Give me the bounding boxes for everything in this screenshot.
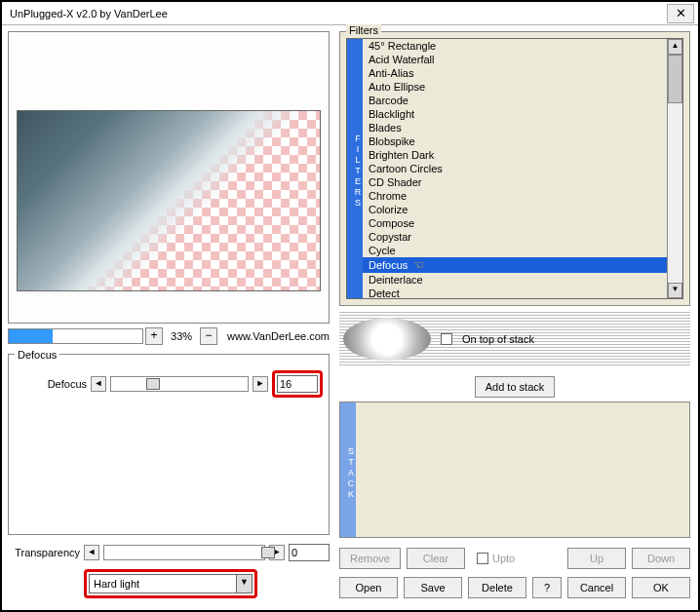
delete-button[interactable]: Delete (468, 577, 526, 598)
remove-button[interactable]: Remove (339, 548, 401, 569)
filters-inner: FILTERS 45° RectangleAcid WaterfallAnti-… (346, 38, 683, 299)
stack-list[interactable] (356, 402, 689, 537)
open-button[interactable]: Open (339, 577, 398, 598)
stack-tab[interactable]: STACK (340, 402, 356, 537)
upto-checkbox[interactable] (477, 553, 488, 564)
filter-item[interactable]: Deinterlace (363, 273, 667, 287)
right-column: Filters FILTERS 45° RectangleAcid Waterf… (335, 25, 698, 608)
up-button[interactable]: Up (567, 548, 626, 569)
filter-item[interactable]: Barcode (363, 94, 667, 107)
transparency-label: Transparency (8, 547, 80, 558)
filter-item[interactable]: Blades (363, 121, 667, 134)
blend-row: Hard light ▼ (8, 569, 330, 598)
defocus-thumb[interactable] (146, 378, 160, 390)
filter-item[interactable]: Colorize (363, 203, 667, 216)
left-column: + 33% − www.VanDerLee.com Defocus Defocu… (2, 25, 335, 608)
stack-buttons-row: Remove Clear Upto Up Down (339, 548, 690, 569)
filter-item[interactable]: Detect (363, 287, 667, 298)
filter-list[interactable]: 45° RectangleAcid WaterfallAnti-AliasAut… (363, 39, 667, 298)
defocus-input[interactable] (277, 375, 318, 393)
down-button[interactable]: Down (632, 548, 690, 569)
filter-item[interactable]: 45° Rectangle (363, 39, 667, 53)
defocus-row: Defocus ◄ ► (15, 370, 323, 398)
param-spacer (15, 402, 323, 528)
blend-highlight: Hard light ▼ (84, 569, 257, 598)
scroll-up-button[interactable]: ▲ (668, 39, 682, 55)
filter-item[interactable]: Blobspike (363, 134, 667, 148)
close-button[interactable]: ✕ (667, 4, 694, 23)
filters-scrollbar[interactable]: ▲ ▼ (667, 39, 682, 298)
preview-image (17, 110, 321, 291)
on-top-label: On top of stack (462, 333, 534, 345)
transparency-row: Transparency ◄ ► (8, 544, 330, 561)
save-button[interactable]: Save (404, 577, 462, 598)
zoom-in-button[interactable]: + (145, 327, 163, 345)
blend-mode-value: Hard light (90, 578, 236, 590)
filter-item[interactable]: Copystar (363, 230, 667, 244)
blend-mode-dropdown-button[interactable]: ▼ (236, 575, 252, 593)
transparency-track[interactable] (103, 545, 265, 560)
add-stack-row: Add to stack (339, 376, 690, 398)
window-title: UnPlugged-X v2.0 by VanDerLee (6, 8, 667, 19)
stack-group: STACK (339, 402, 690, 538)
scroll-down-button[interactable]: ▼ (668, 283, 682, 298)
vendor-logo (343, 318, 431, 361)
pointer-icon: ☜ (413, 258, 424, 272)
filter-item[interactable]: Defocus☜ (363, 257, 667, 273)
bottom-buttons-row: Open Save Delete ? Cancel OK (339, 577, 690, 598)
filter-item[interactable]: Brighten Dark (363, 148, 667, 162)
scroll-thumb[interactable] (668, 55, 682, 103)
filter-item[interactable]: Compose (363, 216, 667, 230)
filter-item[interactable]: Anti-Alias (363, 66, 667, 80)
filter-item[interactable]: Acid Waterfall (363, 53, 667, 66)
defocus-decrement[interactable]: ◄ (91, 376, 106, 392)
filter-item[interactable]: Cartoon Circles (363, 162, 667, 175)
filter-item[interactable]: CD Shader (363, 175, 667, 189)
ok-button[interactable]: OK (632, 577, 690, 598)
defocus-label: Defocus (15, 378, 87, 390)
cancel-button[interactable]: Cancel (567, 577, 626, 598)
defocus-increment[interactable]: ► (253, 376, 268, 392)
preview-pane (8, 31, 330, 324)
defocus-track[interactable] (110, 376, 249, 392)
filters-tab[interactable]: FILTERS (347, 39, 363, 298)
titlebar: UnPlugged-X v2.0 by VanDerLee ✕ (2, 2, 698, 25)
defocus-legend: Defocus (15, 349, 59, 361)
scroll-track[interactable] (668, 55, 682, 283)
filter-item[interactable]: Auto Ellipse (363, 80, 667, 94)
on-top-checkbox[interactable] (441, 333, 452, 345)
clear-button[interactable]: Clear (407, 548, 465, 569)
upto-group: Upto (477, 548, 515, 569)
filters-legend: Filters (346, 24, 381, 36)
filters-group: Filters FILTERS 45° RectangleAcid Waterf… (339, 31, 690, 306)
zoom-value: 33% (165, 330, 198, 342)
filter-item[interactable]: Blacklight (363, 107, 667, 121)
zoom-row: + 33% − www.VanDerLee.com (8, 327, 330, 345)
transparency-decrement[interactable]: ◄ (84, 545, 99, 560)
filter-item[interactable]: Cycle (363, 244, 667, 257)
zoom-slider-fill (9, 329, 53, 343)
zoom-out-button[interactable]: − (200, 327, 217, 345)
vendor-url: www.VanDerLee.com (227, 330, 330, 342)
defocus-highlight (272, 370, 323, 398)
add-to-stack-button[interactable]: Add to stack (475, 376, 556, 398)
transparency-thumb[interactable] (261, 547, 275, 558)
filter-item[interactable]: Chrome (363, 189, 667, 203)
transparency-input[interactable] (289, 544, 330, 561)
blend-mode-combo[interactable]: Hard light ▼ (89, 574, 253, 593)
mid-row: On top of stack (339, 312, 690, 366)
zoom-slider[interactable] (8, 328, 143, 344)
defocus-group: Defocus Defocus ◄ ► (8, 349, 330, 535)
help-button[interactable]: ? (532, 577, 562, 598)
upto-label: Upto (492, 553, 515, 564)
content: + 33% − www.VanDerLee.com Defocus Defocu… (2, 25, 698, 608)
